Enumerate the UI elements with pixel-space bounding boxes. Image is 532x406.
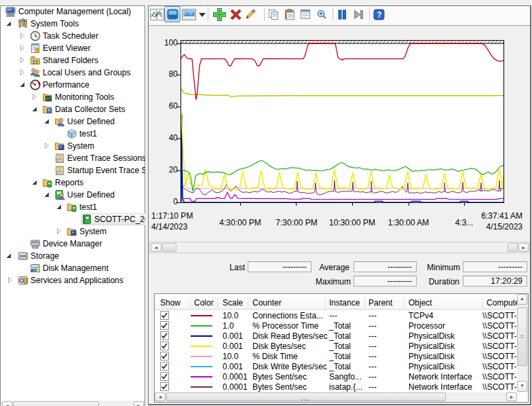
svg-text:01: 01 bbox=[58, 171, 62, 174]
svg-text:?: ? bbox=[377, 10, 381, 20]
svg-text:01: 01 bbox=[58, 159, 62, 162]
